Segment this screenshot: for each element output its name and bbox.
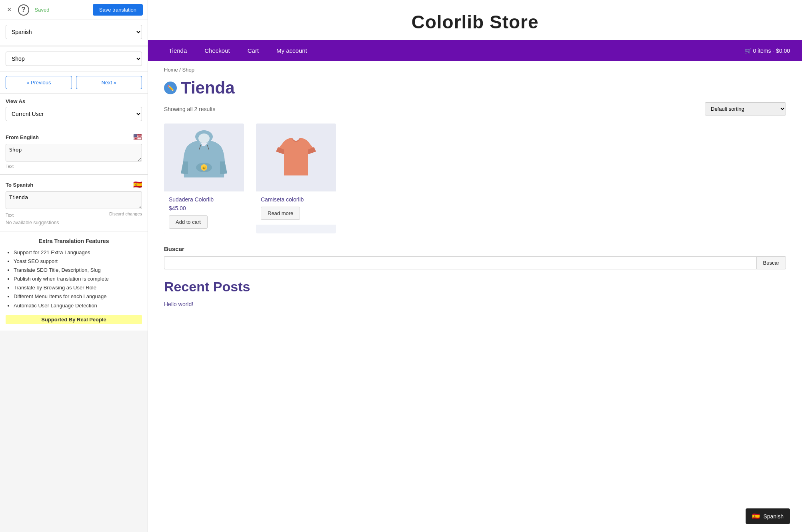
list-item: Different Menu Items for each Language [14,292,142,301]
nav-buttons: « Previous Next » [0,72,148,94]
us-flag: 🇺🇸 [133,133,142,141]
svg-point-1 [198,133,210,143]
search-widget-title: Buscar [164,245,786,252]
list-item: Support for 221 Extra Languages [14,248,142,257]
saved-label: Saved [35,7,50,13]
lang-switcher-label: Spanish [763,513,784,520]
no-suggestions-text: No available suggestions [6,220,142,225]
store-title: Colorlib Store [148,0,802,40]
view-as-label: View As [6,98,142,104]
from-english-section: From English 🇺🇸 Shop Text [0,127,148,175]
recent-posts-title: Recent Posts [164,279,786,295]
sidebar-widgets: Buscar Buscar Recent Posts Hello world! [164,245,786,307]
hoodie-svg: 😊 [180,130,228,185]
breadcrumb-home[interactable]: Home [164,67,178,73]
main-content: Colorlib Store Tienda Checkout Cart My a… [148,0,802,532]
previous-button[interactable]: « Previous [6,76,72,89]
product-name: Camiseta colorlib [261,196,331,203]
cart-info[interactable]: 🛒 0 items - $0.00 [745,48,790,54]
shop-page-title: Tienda [181,78,235,98]
language-select[interactable]: Spanish French German [6,25,142,39]
help-button[interactable]: ? [18,4,29,16]
type-select[interactable]: Shop Post Page [6,52,142,66]
list-item: Publish only when translation is complet… [14,275,142,283]
to-spanish-label-row: To Spanish 🇪🇸 [6,180,142,189]
extra-features-title: Extra Translation Features [6,238,142,244]
breadcrumb: Home / Shop [148,61,802,78]
svg-text:😊: 😊 [202,165,207,170]
from-english-input[interactable]: Shop [6,144,142,161]
product-card: Camiseta colorlib Read more [256,124,336,233]
sort-select[interactable]: Default sorting Sort by popularity Sort … [705,102,786,116]
nav-tienda[interactable]: Tienda [160,40,196,61]
products-grid: 😊 Sudadera Colorlib $45.00 Add to cart [164,124,786,233]
list-item: Yoast SEO support [14,257,142,266]
language-switcher[interactable]: 🇪🇸 Spanish [746,508,790,524]
product-name: Sudadera Colorlib [169,196,239,203]
search-row: Buscar [164,256,786,269]
top-bar: × ? Saved Save translation [0,0,148,20]
search-submit-button[interactable]: Buscar [756,256,786,269]
read-more-button[interactable]: Read more [261,207,300,220]
search-input[interactable] [164,256,756,269]
to-type-tag: Text [6,213,14,217]
from-english-label-row: From English 🇺🇸 [6,133,142,141]
to-spanish-label: To Spanish [6,182,33,188]
shop-meta: Showing all 2 results Default sorting So… [164,102,786,116]
es-flag-translation: 🇪🇸 [133,180,142,189]
product-info: Camiseta colorlib Read more [256,191,336,225]
product-image [256,124,336,191]
edit-icon[interactable]: ✏️ [164,82,177,94]
recent-post-link[interactable]: Hello world! [164,301,193,307]
list-item: Translate SEO Title, Description, Slug [14,266,142,275]
product-card: 😊 Sudadera Colorlib $45.00 Add to cart [164,124,244,233]
search-widget: Buscar Buscar [164,245,786,269]
list-item: Translate by Browsing as User Role [14,283,142,292]
nav-cart[interactable]: Cart [239,40,268,61]
shop-title-row: ✏️ Tienda [164,78,786,98]
shop-main: ✏️ Tienda Showing all 2 results Default … [148,78,802,319]
add-to-cart-button[interactable]: Add to cart [169,215,208,229]
supported-by-label: Supported By Real People [6,315,142,324]
next-button[interactable]: Next » [76,76,142,89]
from-type-tag: Text [6,164,142,169]
type-section: Shop Post Page [0,47,148,72]
list-item: Automatic User Language Detection [14,301,142,310]
close-button[interactable]: × [5,5,14,15]
to-type-row: Text Discard changes [6,211,142,217]
from-english-label: From English [6,134,39,140]
showing-results: Showing all 2 results [164,106,215,112]
view-as-select[interactable]: Current User Subscriber Editor [6,107,142,121]
recent-posts-section: Recent Posts Hello world! [164,279,786,307]
extra-features-section: Extra Translation Features Support for 2… [0,231,148,331]
breadcrumb-sep: / [178,67,182,73]
view-as-section: View As Current User Subscriber Editor [0,94,148,127]
extra-features-list: Support for 221 Extra Languages Yoast SE… [6,248,142,310]
es-flag-switcher: 🇪🇸 [752,512,760,520]
translation-panel: × ? Saved Save translation Spanish Frenc… [0,0,148,532]
navigation-bar: Tienda Checkout Cart My account 🛒 0 item… [148,40,802,61]
save-translation-button[interactable]: Save translation [93,4,143,16]
product-image: 😊 [164,124,244,191]
to-spanish-section: To Spanish 🇪🇸 Tienda Text Discard change… [0,175,148,231]
nav-my-account[interactable]: My account [268,40,316,61]
product-price: $45.00 [169,205,239,211]
breadcrumb-current: Shop [182,67,194,73]
discard-changes-link[interactable]: Discard changes [109,211,142,217]
language-section: Spanish French German [0,20,148,45]
product-info: Sudadera Colorlib $45.00 Add to cart [164,191,244,233]
tshirt-svg [272,130,320,185]
to-spanish-input[interactable]: Tienda [6,191,142,209]
nav-checkout[interactable]: Checkout [196,40,238,61]
